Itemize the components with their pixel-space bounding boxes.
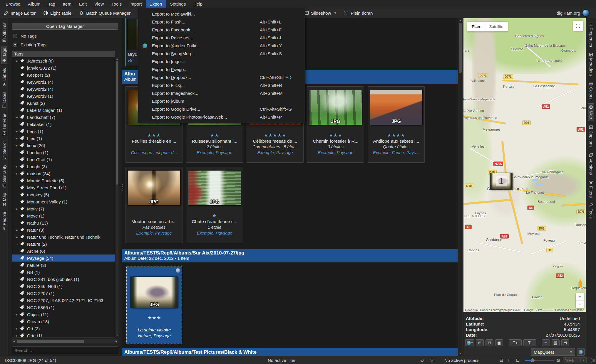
zoom-fit-button[interactable]: ⊞ [476, 339, 484, 346]
content-vertical-scrollbar[interactable]: ▲▼ [458, 18, 462, 356]
tag-tree-item[interactable]: Paysage (54) [12, 255, 115, 262]
zoom-in-button[interactable]: + [576, 293, 584, 301]
thumbnail-decrease-button[interactable]: T- [523, 339, 536, 346]
tag-tree-item[interactable]: ▸ lieux (26) [12, 142, 115, 149]
menu[interactable]: Tag [44, 0, 59, 8]
tag-tree-item[interactable]: nature (3) [12, 262, 115, 269]
expand-arrow-icon[interactable]: ▸ [14, 165, 20, 168]
tag-tree-item[interactable]: NGC 346, N66 (1) [12, 283, 115, 290]
tag-tree-item[interactable]: ▸ Ort (2) [12, 325, 115, 332]
export-menu-item[interactable]: Export to Google Drive... Ctrl+Alt+Shift… [138, 105, 305, 113]
scroll-up-icon[interactable]: ▲ [116, 57, 118, 61]
sidebar-tab[interactable]: Dates [2, 90, 7, 110]
sidebar-tab[interactable]: Properties [588, 21, 594, 48]
sidebar-tab[interactable]: Albums [2, 21, 7, 44]
fit-window-icon[interactable]: ⊟ [500, 356, 503, 364]
tag-tree-item[interactable]: NB (1) [12, 269, 115, 276]
export-menu-item[interactable]: Export to SmugMug... Alt+Shift+S [138, 50, 305, 58]
tag-tree-item[interactable]: Monument Valley (1) [12, 198, 115, 205]
expand-arrow-icon[interactable]: ▾ [14, 242, 20, 246]
tree-horizontal-scrollbar[interactable]: ◀▶ [12, 339, 119, 344]
tag-tree-item[interactable]: Move (1) [12, 212, 115, 219]
sidebar-tab[interactable]: Map [2, 191, 7, 208]
scroll-down-icon[interactable]: ▼ [116, 334, 118, 337]
sidebar-tab[interactable]: Colors [588, 80, 594, 101]
map-fullscreen-button[interactable] [573, 21, 583, 31]
batch-queue-button[interactable]: Batch Queue Manager [79, 11, 130, 16]
export-menu-item[interactable]: Export to Yandex.Fotki... Alt+Shift+Y [138, 42, 305, 50]
no-tags-radio[interactable] [13, 34, 17, 38]
no-tags-radio-row[interactable]: No Tags [13, 33, 37, 38]
menu[interactable]: Edit [75, 0, 91, 8]
tag-tree-item[interactable]: Keyword1 (4) [12, 78, 115, 85]
tag-tree-item[interactable]: ▸ Natur und Technik, Natur und Technik [12, 233, 115, 240]
pan-mode-button[interactable]: ✛ [542, 339, 550, 346]
tag-tree-item[interactable]: London (1) [12, 149, 115, 156]
sidebar-tab[interactable]: Captions [588, 124, 594, 149]
map-provider-select[interactable]: MapQuest▼ [531, 348, 575, 356]
tag-tree-item[interactable]: ▾ Nature (2) [12, 240, 115, 247]
expand-arrow-icon[interactable]: ▸ [14, 334, 20, 337]
zoom-selection-button[interactable]: ⊡ [485, 339, 493, 346]
tag-tree-item[interactable]: Océan (18) [12, 318, 115, 325]
selected-image-card[interactable]: JPG ★★★ La sainte victoire Nature, Paysa… [126, 267, 182, 343]
provider-globe-button[interactable] [577, 348, 585, 356]
clear-filter-icon[interactable]: ⊘ [420, 356, 424, 364]
tag-tree-item[interactable]: monkey (5) [12, 191, 115, 198]
sidebar-tab[interactable]: Tags [1, 46, 7, 64]
sidebar-tab[interactable]: Labels [2, 67, 7, 88]
sidebar-tab[interactable]: Search [2, 139, 7, 161]
menu[interactable]: Settings [166, 0, 190, 8]
existing-tags-radio[interactable] [13, 43, 17, 47]
map-plan-button[interactable]: Plan [467, 22, 485, 31]
expand-arrow-icon[interactable]: ▸ [14, 116, 20, 119]
export-menu-item[interactable]: Export to Facebook... Alt+Shift+F [138, 26, 305, 34]
menu[interactable]: Tools [108, 0, 125, 8]
expand-arrow-icon[interactable]: ▸ [14, 144, 20, 147]
existing-tags-radio-row[interactable]: Existing Tags [13, 42, 46, 47]
expand-arrow-icon[interactable]: ▸ [14, 207, 20, 210]
image-card[interactable]: JPG Mouton sous un arbr... Pas détoiles … [125, 167, 183, 243]
sidebar-tab[interactable]: Tools [588, 202, 594, 220]
tag-tree-item[interactable]: NGC 2207 (1) [12, 290, 115, 297]
menu[interactable]: Import [125, 0, 146, 8]
tag-tree-item[interactable]: Keyword2 (4) [12, 85, 115, 92]
scroll-up-icon[interactable]: ▲ [458, 18, 462, 22]
album-header[interactable]: Albums/TESTS/Rep6/Albums/Sur Aix/2010-07… [122, 249, 458, 262]
menu[interactable]: Help [190, 0, 206, 8]
scrollbar-thumb[interactable] [459, 23, 462, 73]
splitter-handle[interactable] [122, 184, 123, 192]
tag-tree-item[interactable]: ▸ Lens (1) [12, 128, 115, 135]
thumbnails-toggle-button[interactable]: ▣ [495, 339, 503, 346]
export-menu-item[interactable]: Export to Imgur... [138, 58, 305, 65]
scroll-down-icon[interactable]: ▼ [458, 352, 462, 356]
tag-tree-item[interactable]: Keyword3 (1) [12, 92, 115, 100]
tag-tree-item[interactable]: ▸ Luoghi (3) [12, 163, 115, 170]
sidebar-tab[interactable]: Map [588, 103, 594, 121]
tag-tree-item[interactable]: ▸ Motiv (7) [12, 205, 115, 212]
open-tag-manager-button[interactable]: Open Tag Manager [12, 23, 118, 30]
export-menu-item[interactable]: Export to Piwigo... [138, 65, 305, 73]
tag-tree-item[interactable]: May Street Pond (1) [12, 184, 115, 191]
pegman-icon[interactable] [579, 281, 582, 287]
tag-tree-item[interactable]: Lake Michigan (1) [12, 107, 115, 114]
tag-tree-item[interactable]: ▸ Landschaft (7) [12, 114, 115, 121]
expand-arrow-icon[interactable]: ▸ [14, 327, 20, 330]
sidebar-tab[interactable]: Versions [588, 151, 594, 176]
export-menu-item[interactable]: Export to jAlbum [138, 97, 305, 105]
expand-arrow-icon[interactable]: ▸ [14, 130, 20, 133]
sidebar-tab[interactable]: Metadata [588, 51, 594, 77]
tag-tree-item[interactable]: ▸ Object (11) [12, 311, 115, 318]
zoom-100-icon[interactable]: ◻ [508, 356, 511, 364]
terms-link[interactable]: Conditions d'utilisation [555, 309, 584, 312]
tag-tree-item[interactable]: NGC 5866 (1) [12, 304, 115, 311]
tag-tree-item[interactable]: ▸ Orte (1) [12, 332, 115, 338]
slideshow-button[interactable]: Slideshow▼ [304, 11, 336, 16]
album-header[interactable]: Albums/TESTS/Rep6/Albums/Test Pictures/B… [122, 348, 458, 356]
expand-arrow-icon[interactable]: ▸ [14, 172, 20, 175]
export-menu-item[interactable]: Export to Flickr... Alt+Shift+R [138, 81, 305, 89]
zoom-slider[interactable] [525, 360, 554, 361]
export-menu-item[interactable]: Export to Flash... Alt+Shift+L [138, 18, 305, 26]
tag-tree-item[interactable]: LoopTrail (1) [12, 156, 115, 163]
zoom-out-button[interactable]: − [576, 301, 584, 308]
